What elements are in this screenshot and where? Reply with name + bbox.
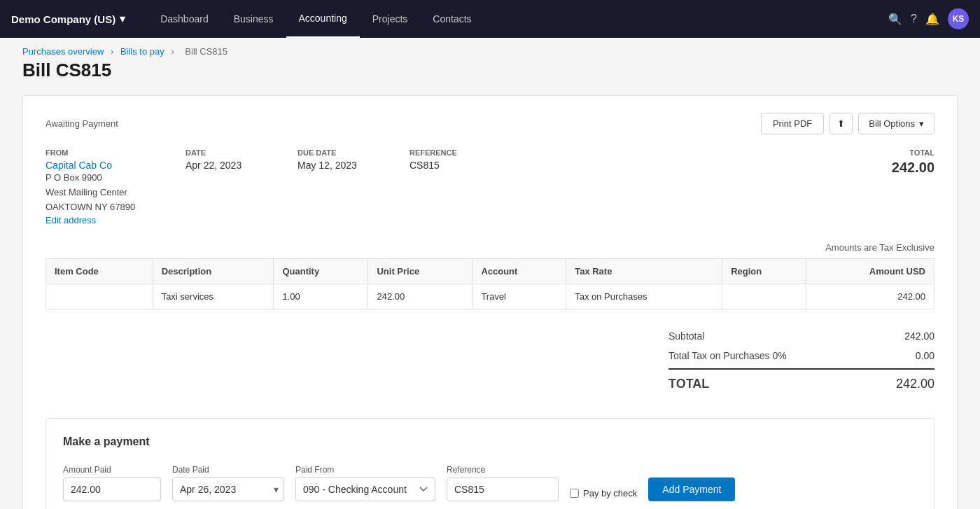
date-paid-wrapper: ▾ [172, 477, 284, 501]
due-date-value: May 12, 2023 [298, 160, 410, 171]
add-payment-button[interactable]: Add Payment [648, 477, 735, 501]
cell-item-code [46, 284, 153, 309]
subtotal-value: 242.00 [904, 330, 934, 342]
cell-amount: 242.00 [806, 284, 934, 309]
notification-icon[interactable]: 🔔 [925, 13, 939, 26]
cell-account: Travel [472, 284, 566, 309]
add-payment-group: Add Payment [648, 462, 735, 501]
reference-input[interactable] [447, 477, 559, 501]
paid-from-group: Paid From 090 - Checking Account [295, 465, 435, 501]
payment-section: Make a payment Amount Paid Date Paid ▾ P… [46, 418, 934, 509]
col-header-quantity: Quantity [274, 259, 368, 284]
reference-section: Reference CS815 [410, 148, 522, 225]
cell-unit-price: 242.00 [368, 284, 472, 309]
avatar[interactable]: KS [948, 8, 969, 29]
breadcrumb-bills-to-pay[interactable]: Bills to pay [120, 46, 164, 57]
cell-region [722, 284, 806, 309]
total-final-value: 242.00 [896, 377, 934, 391]
col-header-account: Account [472, 259, 566, 284]
col-header-item-code: Item Code [46, 259, 153, 284]
nav-items: Dashboard Business Accounting Projects C… [148, 0, 484, 38]
nav-item-projects[interactable]: Projects [360, 0, 421, 38]
pay-by-check-label: Pay by check [583, 488, 637, 498]
bill-table-head: Item Code Description Quantity Unit Pric… [46, 259, 934, 284]
breadcrumb-sep-1: › [111, 46, 116, 57]
subtotal-row: Subtotal 242.00 [668, 326, 934, 346]
reference-value: CS815 [410, 160, 522, 171]
total-final-row: TOTAL 242.00 [668, 368, 934, 396]
from-addr-1: P O Box 9900 [46, 171, 186, 186]
help-icon[interactable]: ? [911, 13, 917, 25]
breadcrumb-sep-2: › [171, 46, 176, 57]
col-header-description: Description [153, 259, 274, 284]
date-label: Date [186, 148, 298, 157]
pay-by-check-checkbox[interactable] [570, 489, 579, 498]
date-section: Date Apr 22, 2023 [186, 148, 298, 225]
bill-options-button[interactable]: Bill Options ▾ [858, 113, 934, 134]
due-date-label: Due Date [298, 148, 410, 157]
total-label: Total [522, 148, 934, 157]
bill-options-chevron: ▾ [919, 118, 924, 129]
nav-right: 🔍 ? 🔔 KS [888, 8, 969, 29]
cell-tax-rate: Tax on Purchases [566, 284, 722, 309]
due-date-section: Due Date May 12, 2023 [298, 148, 410, 225]
date-paid-label: Date Paid [172, 465, 284, 475]
paid-from-wrapper: 090 - Checking Account [295, 477, 435, 501]
bill-header-row: Awaiting Payment Print PDF ⬆ Bill Option… [46, 113, 934, 134]
nav-logo[interactable]: Demo Company (US) ▾ [11, 13, 125, 25]
bill-table: Item Code Description Quantity Unit Pric… [46, 258, 934, 309]
page-wrap: Bill CS815 Awaiting Payment Print PDF ⬆ … [0, 60, 980, 509]
amount-paid-group: Amount Paid [63, 465, 161, 501]
total-amount: 242.00 [522, 160, 934, 176]
cell-quantity: 1.00 [274, 284, 368, 309]
share-icon-button[interactable]: ⬆ [830, 113, 853, 134]
col-header-unit-price: Unit Price [368, 259, 472, 284]
bill-actions: Print PDF ⬆ Bill Options ▾ [761, 113, 934, 134]
reference-label: Reference [447, 465, 559, 475]
breadcrumb-current: Bill CS815 [185, 46, 227, 57]
amount-paid-input[interactable] [63, 477, 161, 501]
bill-table-body: Taxi services 1.00 242.00 Travel Tax on … [46, 284, 934, 309]
bill-meta: From Capital Cab Co P O Box 9900 West Ma… [46, 148, 934, 225]
col-header-region: Region [722, 259, 806, 284]
table-header-row: Item Code Description Quantity Unit Pric… [46, 259, 934, 284]
from-addr-3: OAKTOWN NY 67890 [46, 200, 186, 215]
print-pdf-button[interactable]: Print PDF [761, 113, 824, 134]
edit-address-link[interactable]: Edit address [46, 215, 96, 225]
payment-fields: Amount Paid Date Paid ▾ Paid From 090 - … [63, 462, 917, 501]
nav-item-dashboard[interactable]: Dashboard [148, 0, 221, 38]
payment-title: Make a payment [63, 435, 917, 448]
totals-section: Subtotal 242.00 Total Tax on Purchases 0… [46, 326, 934, 396]
bill-options-label: Bill Options [869, 118, 915, 129]
from-label: From [46, 148, 186, 157]
tax-value: 0.00 [916, 350, 934, 361]
date-paid-input[interactable] [172, 477, 284, 501]
pay-by-check-group: Pay by check [570, 488, 637, 498]
amount-paid-label: Amount Paid [63, 465, 161, 475]
tax-note: Amounts are Tax Exclusive [46, 242, 934, 253]
paid-from-label: Paid From [295, 465, 435, 475]
nav-item-contacts[interactable]: Contacts [420, 0, 484, 38]
navigation: Demo Company (US) ▾ Dashboard Business A… [0, 0, 980, 38]
search-icon[interactable]: 🔍 [888, 13, 902, 26]
total-section: Total 242.00 [522, 148, 934, 225]
bill-card: Awaiting Payment Print PDF ⬆ Bill Option… [22, 95, 958, 509]
nav-logo-text: Demo Company (US) [11, 13, 115, 25]
bill-status: Awaiting Payment [46, 118, 118, 129]
from-addr-2: West Mailing Center [46, 186, 186, 200]
paid-from-select[interactable]: 090 - Checking Account [295, 477, 435, 501]
from-name[interactable]: Capital Cab Co [46, 160, 186, 171]
tax-label: Total Tax on Purchases 0% [668, 350, 787, 361]
date-paid-group: Date Paid ▾ [172, 465, 284, 501]
nav-item-accounting[interactable]: Accounting [286, 0, 360, 38]
reference-group: Reference [447, 465, 559, 501]
total-final-label: TOTAL [668, 377, 709, 391]
breadcrumb: Purchases overview › Bills to pay › Bill… [0, 38, 980, 60]
nav-logo-chevron: ▾ [120, 13, 125, 25]
breadcrumb-purchases-overview[interactable]: Purchases overview [22, 46, 104, 57]
subtotal-label: Subtotal [668, 330, 704, 342]
nav-item-business[interactable]: Business [221, 0, 286, 38]
col-header-tax-rate: Tax Rate [566, 259, 722, 284]
reference-label: Reference [410, 148, 522, 157]
tax-row: Total Tax on Purchases 0% 0.00 [668, 346, 934, 365]
